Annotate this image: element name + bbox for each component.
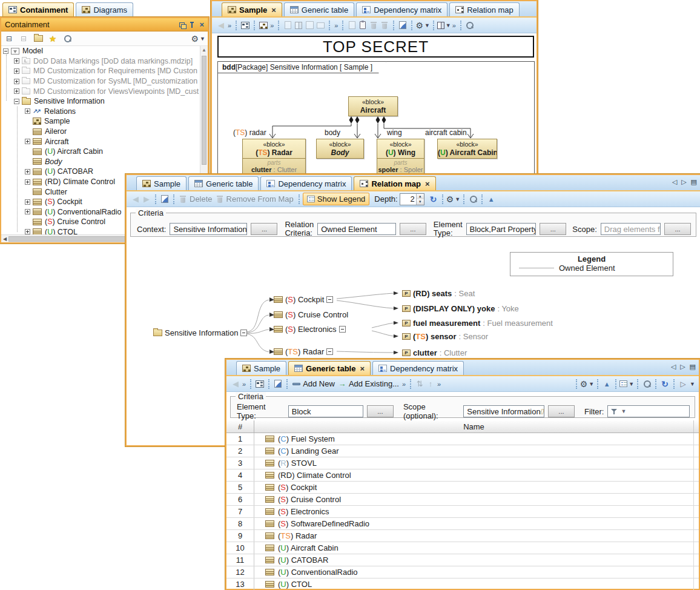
tab-relation-map[interactable]: Relation map (449, 2, 520, 16)
favorites-icon[interactable]: ★ (47, 33, 58, 45)
tree-item[interactable]: Aileror (1, 127, 200, 137)
tree-item-relations[interactable]: ↗↗Relations (1, 107, 200, 117)
run-menu[interactable]: ▷ (678, 378, 688, 390)
hierarchy-icon[interactable] (258, 19, 269, 31)
expand-toggle[interactable] (25, 229, 30, 234)
frame-icon[interactable] (315, 19, 326, 31)
back-icon[interactable]: ◀ (216, 19, 226, 31)
context-more-button[interactable]: ... (251, 223, 277, 235)
scope-field[interactable]: Drag elements from th (601, 223, 661, 235)
align-icon[interactable] (282, 19, 293, 31)
expand-toggle[interactable] (14, 88, 19, 94)
table-row[interactable]: 11UCATOBAR (226, 554, 699, 566)
stereotype-icon[interactable] (397, 19, 408, 31)
pin-icon[interactable] (190, 22, 194, 28)
collapse-toggle[interactable] (3, 48, 8, 54)
tree-item[interactable]: DoD Data Markings [DoD data markings.mdz… (1, 56, 200, 67)
scroll-tabs-left-icon[interactable]: ◁ (672, 178, 677, 186)
stereotype-icon[interactable] (159, 193, 170, 205)
tab-dependency-matrix[interactable]: Dependency matrix (356, 2, 447, 16)
forward-icon[interactable]: ▶ (141, 193, 152, 205)
tab-generic-table[interactable]: Generic table (284, 2, 354, 16)
relation-more-button[interactable]: ... (400, 223, 426, 235)
graph-leaf-seats[interactable]: PRDseatsSeat (402, 288, 475, 298)
scope-more-button[interactable]: ... (548, 405, 575, 417)
scrollbar-thumb[interactable] (202, 56, 206, 165)
tree-item-sensitive-information[interactable]: Sensitive Information (1, 96, 200, 107)
collapse-selected-icon[interactable]: ⊟ (18, 33, 29, 45)
table-row[interactable]: 8SSoftwareDefinedRadio (226, 518, 699, 530)
search-icon[interactable] (641, 378, 652, 390)
tree-item-sample[interactable]: Sample (1, 116, 200, 127)
block-radar[interactable]: «block» TSRadar partsclutter : Clutter (242, 139, 306, 176)
columns-menu[interactable]: ▼ (619, 378, 634, 390)
tree-item-model[interactable]: Model (1, 46, 200, 56)
add-new-button[interactable]: Add New (303, 379, 335, 388)
settings-menu[interactable]: ⚙▼ (191, 35, 205, 43)
tab-sample[interactable]: Sample (136, 176, 187, 190)
grid-icon[interactable] (293, 19, 304, 31)
containment-tree-icon[interactable] (254, 378, 265, 390)
scroll-left-icon[interactable]: ◀ (1, 236, 8, 242)
show-legend-button[interactable]: Show Legend (303, 193, 370, 205)
graph-leaf-sensor[interactable]: PTSsensorSensor (402, 331, 488, 341)
element-type-field[interactable]: Block,Part Property (466, 223, 537, 235)
element-type-field[interactable]: Block (288, 405, 363, 417)
block-wing[interactable]: «block» UWing partsspoler : Spoler (377, 139, 424, 176)
graph-node-cockpit[interactable]: SCockpit (274, 294, 333, 304)
tab-diagrams[interactable]: Diagrams (76, 2, 133, 16)
settings-menu[interactable]: ⚙▼ (446, 193, 460, 205)
search-icon[interactable] (62, 33, 73, 45)
collapse-icon[interactable] (339, 326, 346, 333)
delete-from-model-icon[interactable] (379, 19, 390, 31)
graph-leaf-fuel-measurement[interactable]: Pfuel measurementFuel measurement (402, 318, 553, 328)
expand-toggle[interactable] (25, 139, 30, 144)
collapse-icon[interactable] (240, 330, 247, 336)
image-icon[interactable] (304, 19, 315, 31)
collapse-icon[interactable] (326, 348, 333, 355)
tab-dependency-matrix[interactable]: Dependency matrix (260, 176, 352, 190)
table-row[interactable]: 12UConventionalRadio (226, 566, 699, 578)
settings-menu[interactable]: ⚙▼ (415, 19, 429, 31)
stereotype-icon[interactable] (272, 378, 283, 390)
open-diagram-icon[interactable] (33, 33, 44, 45)
tree-item[interactable]: Aircraft (1, 136, 200, 147)
expand-toggle[interactable] (25, 169, 30, 174)
scope-field[interactable]: Sensitive Information{}ʷ (463, 405, 544, 417)
add-existing-button[interactable]: Add Existing... (349, 379, 399, 388)
expand-toggle[interactable] (14, 68, 19, 74)
graph-node-cruise-control[interactable]: SCruise Control (274, 310, 348, 319)
table-row[interactable]: 6SCruise Control (226, 494, 699, 506)
name-column-header[interactable]: Name (254, 420, 694, 433)
element-type-more-button[interactable]: ... (540, 223, 566, 235)
tree-item[interactable]: UAircraft Cabin (1, 147, 200, 157)
context-field[interactable]: Sensitive Information (170, 223, 247, 235)
tab-dependency-matrix[interactable]: Dependency matrix (372, 361, 464, 375)
move-up-icon[interactable]: ⇅ (414, 378, 425, 390)
close-icon[interactable]: × (425, 179, 430, 188)
expand-toggle[interactable] (25, 179, 30, 185)
tree-item[interactable]: MD Customization for SysML [MD_customiza… (1, 76, 200, 87)
relation-criteria-field[interactable]: Owned Element (317, 223, 396, 235)
spinner-up-icon[interactable]: ▲ (417, 194, 424, 199)
delete-icon[interactable] (368, 19, 379, 31)
num-column-header[interactable]: # (226, 420, 254, 433)
table-row[interactable]: 7SElectronics (226, 506, 699, 518)
collapse-toggle[interactable] (14, 99, 19, 104)
table-row[interactable]: 10UAircraft Cabin (226, 542, 699, 554)
tab-generic-table[interactable]: Generic table× (288, 361, 371, 375)
settings-menu[interactable]: ⚙▼ (580, 378, 594, 390)
refresh-icon[interactable]: ↻ (659, 378, 670, 390)
collapse-icon[interactable] (326, 296, 333, 303)
tab-sample[interactable]: Sample (236, 361, 286, 375)
expand-toggle[interactable] (25, 199, 30, 205)
float-icon[interactable] (179, 22, 185, 27)
scroll-tabs-right-icon[interactable]: ▷ (680, 363, 685, 371)
containment-tree-icon[interactable] (240, 19, 251, 31)
table-row[interactable]: 9TSRadar (226, 530, 699, 542)
table-row[interactable]: 13UCTOL (226, 578, 699, 590)
add-existing-icon[interactable]: → (337, 378, 348, 390)
tab-sample[interactable]: Sample× (222, 2, 282, 16)
graph-root-node[interactable]: Sensitive Information (153, 328, 247, 337)
search-icon[interactable] (467, 193, 478, 205)
